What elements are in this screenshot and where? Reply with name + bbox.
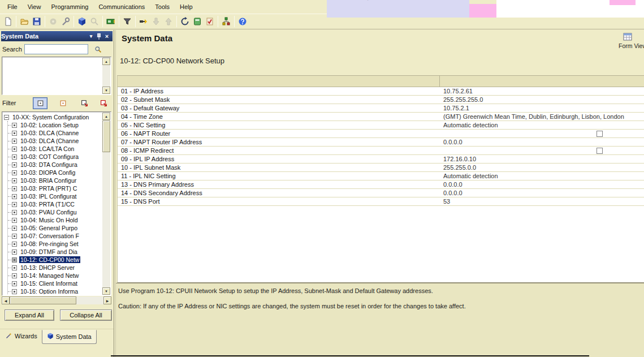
tree-item-10-03[interactable]: 10-03: BRIA Configur [8,177,102,184]
tree-root-item[interactable]: 10-XX: System Configuration [3,113,102,121]
tree-item-10-09[interactable]: 10-09: DTMF and Dia [8,248,102,256]
tree-item-10-13[interactable]: 10-13: DHCP Server [8,264,102,272]
upload-arrow-icon[interactable] [162,15,175,28]
filter-changed-button[interactable] [57,98,69,109]
table-row[interactable]: 11 - IPL NIC SettingAutomatic detection [118,172,644,180]
tree-item-10-14[interactable]: 10-14: Managed Netw [8,272,102,279]
table-row[interactable]: 01 - IP Address10.75.2.61 [118,87,644,96]
setting-value[interactable]: 0.0.0.0 [443,138,463,147]
tree-item-10-03[interactable]: 10-03: PVAU Configu [8,208,102,216]
menu-item-communications[interactable]: Communications [93,2,150,12]
search-icon[interactable] [88,15,101,28]
settings-gear-icon[interactable] [47,15,59,28]
search-go-button[interactable] [92,44,103,54]
new-document-icon[interactable] [2,15,14,28]
scroll-up-button[interactable]: ▲ [102,58,110,65]
table-row[interactable]: 10 - IPL Subnet Mask255.255.0.0 [118,164,644,172]
refresh-icon[interactable] [179,15,191,28]
table-row[interactable]: 13 - DNS Primary Address0.0.0.0 [118,180,644,189]
setting-value[interactable]: Automatic detection [443,121,498,130]
network-nodes-icon[interactable] [220,15,232,28]
tree-item-10-12[interactable]: 10-12: CD-CP00 Netw [8,256,102,264]
results-scrollbar[interactable]: ▲ ▼ [102,58,110,94]
tree-item-10-03[interactable]: 10-03: IPL Configurat [8,192,102,200]
table-row[interactable]: 09 - IPL IP Address172.16.0.10 [118,155,644,164]
panel-pin-button[interactable] [95,32,103,40]
filter-funnel-icon[interactable] [121,15,133,28]
menu-item-tools[interactable]: Tools [150,2,175,12]
help-icon[interactable] [236,15,249,28]
calculator-icon[interactable] [191,15,204,28]
tree-item-10-03[interactable]: 10-03: LCA/LTA Con [8,145,102,153]
scroll-left-button[interactable]: ◀ [2,296,10,304]
wrench-tool-icon[interactable] [59,15,72,28]
tree-item-10-03[interactable]: 10-03: COT Configura [8,153,102,161]
panel-dropdown-button[interactable]: ▾ [87,32,95,40]
menu-item-programming[interactable]: Programming [46,2,93,12]
table-row[interactable]: 14 - DNS Secondary Address0.0.0.0 [118,189,644,197]
memory-card-icon[interactable] [105,15,117,28]
filter-flag-red-button[interactable] [97,98,110,109]
setting-value[interactable]: 255.255.0.0 [443,164,476,172]
setting-value[interactable]: 0.0.0.0 [443,180,463,189]
tree-item-10-02[interactable]: 10-02: Location Setup [8,121,102,129]
search-input[interactable] [24,44,88,54]
setting-value[interactable]: 53 [443,197,450,206]
setting-value[interactable]: (GMT) Greenwich Mean Time, Dublin, Edinb… [443,113,624,121]
download-arrow-icon[interactable] [150,15,162,28]
tree-item-10-08[interactable]: 10-08: Pre-ringing Set [8,240,102,248]
table-row[interactable]: 08 - ICMP Redirect [118,147,644,155]
tree-item-10-07[interactable]: 10-07: Conversation F [8,232,102,240]
menu-item-view[interactable]: View [23,2,46,12]
open-file-icon[interactable] [18,15,31,28]
setting-value[interactable]: 10.75.2.61 [443,87,473,96]
table-row[interactable]: 03 - Default Gateway10.75.2.1 [118,104,644,113]
3d-cube-icon[interactable] [76,15,88,28]
setting-value[interactable]: 0.0.0.0 [443,189,463,197]
collapse-toggle-icon[interactable] [4,115,9,120]
scroll-right-button[interactable]: ▶ [103,296,111,304]
filter-all-button[interactable] [33,97,47,109]
tree-scrollbar-thumb[interactable] [102,121,110,152]
tree-item-10-03[interactable]: 10-03: DIOPA Config [8,169,102,177]
form-view-button[interactable] [623,33,632,41]
table-row[interactable]: 05 - NIC SettingAutomatic detection [118,121,644,130]
expand-all-button[interactable]: Expand All [5,309,54,321]
tree-item-10-03[interactable]: 10-03: PRTA (PRT) C [8,184,102,192]
tree-item-10-04[interactable]: 10-04: Music On Hold [8,216,102,224]
tree-scroll-down-button[interactable]: ▼ [102,287,110,295]
tree-item-10-05[interactable]: 10-05: General Purpo [8,224,102,232]
setting-checkbox[interactable] [597,148,603,154]
table-row[interactable]: 07 - NAPT Router IP Address0.0.0.0 [118,138,644,147]
filter-flag-button[interactable] [78,98,90,109]
save-icon[interactable] [31,15,43,28]
tree-item-10-15[interactable]: 10-15: Client Informat [8,279,102,287]
horizontal-scrollbar-thumb[interactable] [10,296,76,304]
table-row[interactable]: 06 - NAPT Router [118,130,644,138]
collapse-all-button[interactable]: Collapse All [60,309,112,321]
setting-value[interactable]: 172.16.0.10 [443,155,476,164]
tab-wizards[interactable]: Wizards [1,330,42,343]
menu-item-file[interactable]: File [2,2,23,12]
tree-item-10-03[interactable]: 10-03: DTA Configura [8,161,102,169]
tree-item-10-03[interactable]: 10-03: DLCA (Channe [8,129,102,137]
table-row[interactable]: 15 - DNS Port53 [118,197,644,206]
verify-check-icon[interactable] [204,15,216,28]
tree-scroll-up-button[interactable]: ▲ [102,113,110,120]
table-row[interactable]: 02 - Subnet Mask255.255.255.0 [118,96,644,104]
tab-system-data[interactable]: System Data [42,330,97,344]
connect-plug-icon[interactable] [137,15,150,28]
tree-item-10-03[interactable]: 10-03: DLCA (Channe [8,137,102,145]
table-row[interactable]: 04 - Time Zone(GMT) Greenwich Mean Time,… [118,113,644,121]
tree-scrollbar[interactable]: ▲ ▼ [102,113,110,295]
panel-close-button[interactable]: × [103,32,111,40]
tree-item-10-16[interactable]: 10-16: Option Informa [8,287,102,294]
setting-value[interactable]: 255.255.255.0 [443,96,483,104]
tree-horizontal-scrollbar[interactable]: ◀ ▶ [2,296,111,304]
setting-checkbox[interactable] [597,131,603,137]
menu-item-help[interactable]: Help [175,2,198,12]
setting-value[interactable]: Automatic detection [443,172,498,180]
scroll-down-button[interactable]: ▼ [102,87,110,94]
setting-value[interactable]: 10.75.2.1 [443,104,469,113]
tree-item-10-03[interactable]: 10-03: PRTA (T1/CC [8,200,102,208]
